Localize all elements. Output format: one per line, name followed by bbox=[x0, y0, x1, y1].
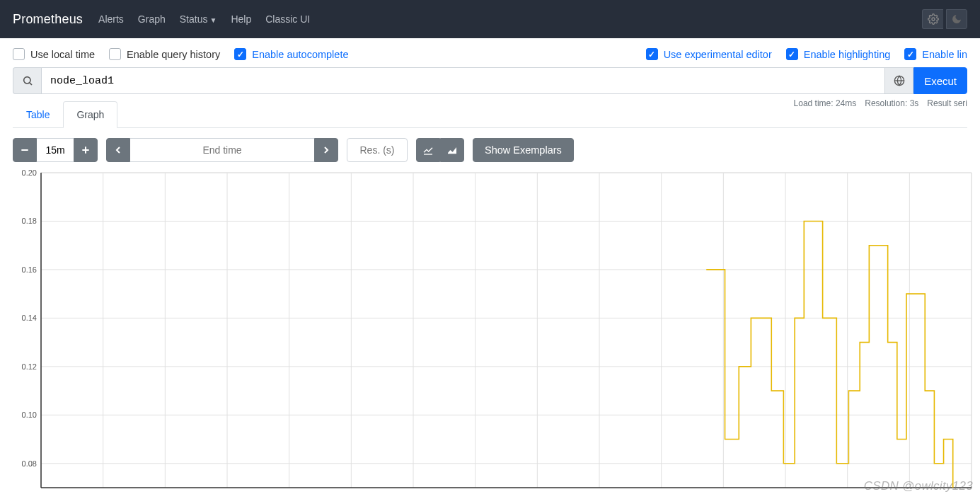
checkbox-icon bbox=[109, 48, 121, 60]
enable-linter-checkbox[interactable]: Enable lin bbox=[904, 48, 967, 60]
svg-text:0.20: 0.20 bbox=[22, 169, 37, 177]
time-range-group bbox=[13, 138, 98, 162]
checkbox-icon bbox=[234, 48, 246, 60]
nav-alerts[interactable]: Alerts bbox=[98, 13, 124, 25]
show-exemplars-button[interactable]: Show Exemplars bbox=[473, 138, 574, 162]
checkbox-label: Use local time bbox=[30, 49, 95, 60]
gear-icon bbox=[928, 13, 939, 25]
stacked-chart-button[interactable] bbox=[440, 138, 464, 162]
area-chart-icon bbox=[446, 144, 458, 156]
globe-icon bbox=[894, 75, 905, 86]
checkbox-icon bbox=[786, 48, 798, 60]
enable-query-history-checkbox[interactable]: Enable query history bbox=[109, 48, 220, 60]
execute-button[interactable]: Execut bbox=[913, 67, 967, 94]
dark-mode-button[interactable] bbox=[946, 9, 967, 29]
checkbox-label: Enable lin bbox=[922, 49, 967, 60]
svg-text:0.18: 0.18 bbox=[22, 217, 37, 225]
nav-classic-ui[interactable]: Classic UI bbox=[265, 13, 310, 25]
checkbox-label: Use experimental editor bbox=[664, 49, 772, 60]
checkbox-label: Enable autocomplete bbox=[252, 49, 348, 60]
checkbox-label: Enable query history bbox=[127, 49, 220, 60]
use-experimental-editor-checkbox[interactable]: Use experimental editor bbox=[646, 48, 772, 60]
svg-text:0.14: 0.14 bbox=[22, 314, 37, 322]
load-time: Load time: 24ms bbox=[794, 98, 857, 108]
chevron-left-icon bbox=[113, 144, 124, 156]
chart-area: 0.080.100.120.140.160.180.20 bbox=[13, 169, 967, 491]
time-forward-button[interactable] bbox=[314, 138, 338, 162]
query-bar: Execut bbox=[13, 67, 967, 94]
checkbox-icon bbox=[646, 48, 658, 60]
query-stats: Load time: 24ms Resolution: 3s Result se… bbox=[794, 98, 967, 108]
chevron-right-icon bbox=[321, 144, 332, 156]
svg-text:0.10: 0.10 bbox=[22, 411, 37, 419]
nav-status[interactable]: Status▼ bbox=[180, 13, 217, 25]
end-time-group bbox=[106, 138, 338, 162]
time-back-button[interactable] bbox=[106, 138, 130, 162]
svg-text:0.08: 0.08 bbox=[22, 459, 37, 468]
range-input[interactable] bbox=[37, 138, 74, 162]
plus-icon bbox=[80, 144, 91, 156]
end-time-input[interactable] bbox=[130, 138, 314, 162]
settings-button[interactable] bbox=[922, 9, 943, 29]
navbar: Prometheus Alerts Graph Status▼ Help Cla… bbox=[0, 0, 980, 38]
resolution-input[interactable] bbox=[347, 138, 408, 162]
enable-highlighting-checkbox[interactable]: Enable highlighting bbox=[786, 48, 891, 60]
checkbox-icon bbox=[904, 48, 916, 60]
checkbox-label: Enable highlighting bbox=[804, 49, 891, 60]
nav-help[interactable]: Help bbox=[231, 13, 251, 25]
svg-point-1 bbox=[23, 77, 30, 84]
line-chart-icon bbox=[422, 144, 434, 156]
metrics-explorer-button[interactable] bbox=[13, 67, 41, 94]
use-local-time-checkbox[interactable]: Use local time bbox=[13, 48, 95, 60]
enable-autocomplete-checkbox[interactable]: Enable autocomplete bbox=[234, 48, 348, 60]
checkbox-icon bbox=[13, 48, 25, 60]
tab-table[interactable]: Table bbox=[13, 101, 63, 128]
svg-text:0.16: 0.16 bbox=[22, 265, 37, 274]
moon-icon bbox=[951, 13, 962, 25]
chart-mode-group bbox=[416, 138, 464, 162]
line-chart[interactable]: 0.080.100.120.140.160.180.20 bbox=[13, 169, 975, 491]
tab-graph[interactable]: Graph bbox=[63, 101, 117, 128]
range-decrease-button[interactable] bbox=[13, 138, 37, 162]
resolution: Resolution: 3s bbox=[865, 98, 918, 108]
brand: Prometheus bbox=[13, 12, 83, 27]
format-expression-button[interactable] bbox=[885, 67, 913, 94]
expression-input[interactable] bbox=[41, 67, 885, 94]
result-series: Result seri bbox=[927, 98, 967, 108]
options-row: Use local time Enable query history Enab… bbox=[0, 38, 980, 67]
search-icon bbox=[22, 75, 33, 86]
chevron-down-icon: ▼ bbox=[209, 16, 217, 24]
minus-icon bbox=[19, 144, 30, 156]
line-chart-button[interactable] bbox=[416, 138, 440, 162]
range-increase-button[interactable] bbox=[74, 138, 98, 162]
svg-line-2 bbox=[29, 83, 31, 85]
nav-graph[interactable]: Graph bbox=[138, 13, 166, 25]
svg-point-0 bbox=[932, 18, 935, 21]
graph-controls: Show Exemplars bbox=[0, 128, 980, 169]
svg-text:0.12: 0.12 bbox=[22, 362, 37, 371]
